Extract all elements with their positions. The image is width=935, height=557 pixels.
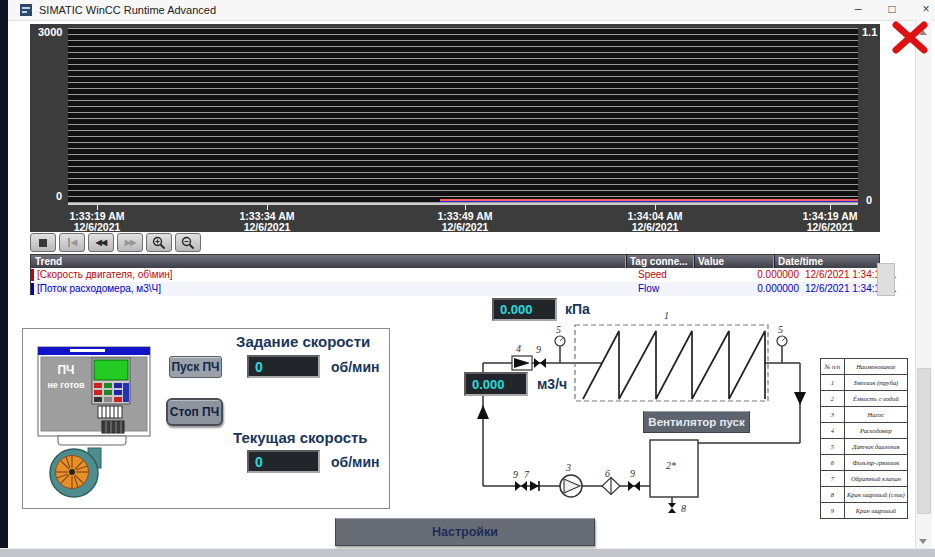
device-keypad [94,383,129,402]
parts-row: 9Кран шаровый [821,503,908,519]
pressure-output[interactable]: 0.000 [492,298,557,321]
legend-col-trend: Trend [35,256,62,267]
app-icon [20,4,32,16]
maximize-button[interactable]: □ [879,2,905,18]
tag-value: 0.000000 [693,269,799,280]
legend-col-datetime: Date/time [778,256,823,267]
flow-unit: м3/ч [537,376,567,392]
tag-name: Speed [638,269,667,280]
legend-scrollbar[interactable] [877,263,895,296]
flow-output[interactable]: 0.000 [464,372,528,396]
coil-symbol [583,331,765,399]
trend-name: [Поток расходомера, м3\Ч] [37,283,161,294]
label-valve-bottom1: 9 [513,469,518,480]
forward-button[interactable]: ▶▶ [117,233,143,252]
ball-valve-symbol [628,481,640,491]
trend-chart: 3000 0 1.1 0 1:33:19 AM12/6/2021 1:33:34… [30,24,880,232]
scrollbar-thumb[interactable] [917,368,931,514]
setpoint-label: Задание скорости [236,333,370,350]
flowmeter-symbol [512,356,532,370]
legend-row-speed[interactable]: [Скорость двигателя, об\мин] Speed 0.000… [31,268,879,282]
x-axis-label: 1:34:04 AM12/6/2021 [605,211,705,233]
zoom-in-button[interactable] [146,233,172,252]
label-gauge-right: 5 [778,324,783,335]
wincc-runtime-window: { "window": { "title": "SIMATIC WinCC Ru… [0,0,935,557]
fan-image [50,448,101,497]
label-flowmeter: 4 [516,343,521,354]
device-lcd-screen [94,360,128,380]
step-back-icon: ◀ [68,238,76,247]
ball-valve-symbol [515,481,527,491]
x-axis-label: 1:34:19 AM12/6/2021 [780,211,880,233]
label-pump: 3 [565,462,571,473]
zoom-in-icon [152,236,166,250]
process-schematic: 4 9 5 1 5 9 7 3 6 9 2* 8 [440,300,825,550]
drain-valve-symbol [668,503,676,513]
trend-legend-table: Trend Tag conne... Value Date/time [Скор… [30,254,880,295]
x-axis-line [68,203,858,205]
stop-runtime-button[interactable] [891,21,929,54]
fan-start-button[interactable]: Вентилятор пуск [643,411,750,433]
rewind-button[interactable]: ◀◀ [88,233,114,252]
settings-button[interactable]: Настройки [335,518,595,546]
flow-direction-up-icon [477,405,489,419]
legend-header: Trend Tag conne... Value Date/time [31,255,879,268]
zoom-out-icon [181,236,195,250]
stop-converter-button[interactable]: Стоп ПЧ [166,398,223,426]
trend-name: [Скорость двигателя, об\мин] [37,269,173,280]
forward-icon: ▶▶ [125,238,135,247]
label-valve-top: 9 [536,344,541,355]
close-button[interactable]: × [913,2,935,18]
x-axis-label: 1:33:19 AM12/6/2021 [47,211,147,233]
ball-valve-symbol [534,358,546,368]
trend-toolbar: ◀ ◀◀ ▶▶ [30,233,201,253]
parts-row: 7Обратный клапан [821,471,908,487]
flow-direction-down-icon [794,392,806,405]
scrollbar-down-icon[interactable] [919,539,927,548]
minimize-button[interactable]: – [845,2,871,18]
parts-row: 5Датчик давления [821,439,908,455]
series-color-tick [31,269,34,281]
stop-button[interactable] [30,233,56,252]
step-back-button[interactable]: ◀ [59,233,85,252]
label-tank: 2* [666,460,676,471]
parts-row: 3Насос [821,407,908,423]
label-valve-bottom2: 9 [630,468,635,479]
pressure-unit: кПа [565,301,590,317]
parts-list-table: № п/пНаименование 1Змеевик (труба) 2Ёмко… [820,358,908,519]
y-axis-left-max: 3000 [38,26,62,38]
label-filter: 6 [605,468,610,479]
setpoint-input[interactable]: 0 [247,355,320,378]
window-title: SIMATIC WinCC Runtime Advanced [39,4,216,16]
parts-header-row: № п/пНаименование [821,359,908,375]
legend-col-tag: Tag conne... [630,256,688,267]
actual-speed-unit: об/мин [331,454,380,470]
legend-col-value: Value [698,256,724,267]
legend-row-flow[interactable]: [Поток расходомера, м3\Ч] Flow 0.000000 … [31,282,879,296]
check-valve-symbol [530,481,539,491]
trend-plot-area[interactable] [68,28,858,203]
tag-value: 0.000000 [693,283,799,294]
device-status-line2: не готов [47,380,85,390]
actual-speed-output[interactable]: 0 [247,450,320,473]
device-status-line1: ПЧ [57,363,74,377]
pump-symbol [560,475,582,497]
series-color-tick [31,283,34,295]
parts-row: 6Фильтр-грязевик [821,455,908,471]
y-axis-right-max: 1.1 [862,26,877,38]
filter-symbol [602,478,620,495]
zoom-out-button[interactable] [175,233,201,252]
label-drain-valve: 8 [681,503,686,514]
start-converter-button[interactable]: Пуск ПЧ [169,356,222,378]
parts-row: 8Кран шаровый (слив) [821,487,908,503]
parts-row: 2Ёмкость с водой [821,391,908,407]
desktop-edge [0,0,8,557]
flow-trend-line [440,201,858,202]
rewind-icon: ◀◀ [96,238,106,247]
label-gauge-left: 5 [556,324,561,335]
pressure-gauge-symbol [555,336,565,346]
pressure-gauge-symbol [777,336,787,346]
coil-boundary [575,325,768,401]
label-coil: 1 [664,310,669,321]
actual-speed-label: Текущая скорость [233,429,368,446]
